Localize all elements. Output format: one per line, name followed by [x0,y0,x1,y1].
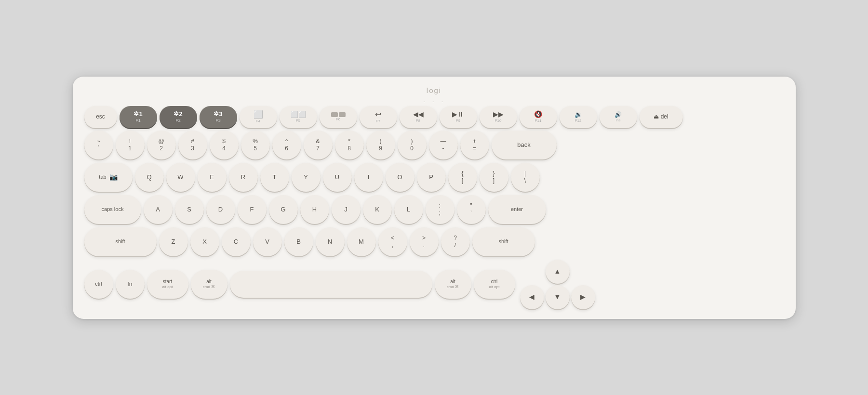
key-f3[interactable]: ✲3 F3 [200,106,237,128]
key-8[interactable]: * 8 [335,131,364,159]
key-m[interactable]: M [347,227,376,256]
qwerty-row: tab 📷 Q W E R T Y U I O P { [ } ] | \ [84,163,784,192]
key-f10[interactable]: ▶▶ F10 [480,106,517,128]
key-x[interactable]: X [190,227,219,256]
key-v[interactable]: V [253,227,282,256]
key-bracket-close[interactable]: } ] [480,163,508,192]
key-l[interactable]: L [394,195,423,224]
key-fn[interactable]: fn [116,270,145,299]
key-6[interactable]: ^ 6 [272,131,301,159]
key-u[interactable]: U [323,163,352,192]
key-p[interactable]: P [417,163,446,192]
bottom-row: ctrl fn start alt opt alt cmd ⌘ alt cmd … [84,260,784,309]
key-c[interactable]: C [222,227,251,256]
key-0[interactable]: ) 0 [398,131,427,159]
key-caps-lock[interactable]: caps lock [84,195,141,224]
key-b[interactable]: B [284,227,313,256]
key-z[interactable]: Z [159,227,188,256]
key-shift-left[interactable]: shift [84,227,157,256]
key-f11[interactable]: 🔇 F11 [520,106,557,128]
key-tab[interactable]: tab 📷 [84,163,133,192]
key-ctrl-right[interactable]: ctrl alt opt [474,270,515,299]
key-f1[interactable]: ✲1 F1 [120,106,157,128]
key-slash[interactable]: ? / [441,227,470,256]
page-background: logi - - - esc ✲1 F1 ✲2 F2 ✲3 F3 ⬜ F4 [0,0,868,395]
key-del[interactable]: ⏏ del [640,106,683,128]
key-backslash[interactable]: | \ [511,163,540,192]
key-1[interactable]: ! 1 [116,131,145,159]
key-k[interactable]: K [363,195,392,224]
key-f9[interactable]: ▶⏸ F9 [440,106,477,128]
key-ctrl-left[interactable]: ctrl [84,270,113,299]
key-f6[interactable]: F6 [320,106,357,128]
key-esc[interactable]: esc [84,106,117,128]
asdf-row: caps lock A S D F G H J K L : ; " ' ente… [84,195,784,224]
key-n[interactable]: N [316,227,345,256]
function-row: esc ✲1 F1 ✲2 F2 ✲3 F3 ⬜ F4 ⬜⬜ F5 [84,106,784,128]
fn-indicator: - - - [423,98,444,104]
key-semicolon[interactable]: : ; [426,195,454,224]
key-f[interactable]: F [238,195,267,224]
key-o[interactable]: O [386,163,414,192]
key-7[interactable]: & 7 [304,131,333,159]
key-start[interactable]: start alt opt [147,270,188,299]
arrow-cluster: ▲ ◀ ▼ ▶ [520,260,595,309]
key-ins[interactable]: 🔊 ins [600,106,637,128]
key-equal[interactable]: + = [460,131,489,159]
key-f12[interactable]: 🔉 F12 [560,106,597,128]
key-2[interactable]: @ 2 [147,131,176,159]
key-a[interactable]: A [144,195,173,224]
keyboard: logi - - - esc ✲1 F1 ✲2 F2 ✲3 F3 ⬜ F4 [73,77,796,319]
key-j[interactable]: J [332,195,361,224]
key-arrow-up[interactable]: ▲ [546,260,570,284]
key-e[interactable]: E [198,163,227,192]
logi-logo: logi [84,86,784,94]
key-3[interactable]: # 3 [178,131,207,159]
key-d[interactable]: D [206,195,235,224]
key-f8[interactable]: ◀◀ F8 [400,106,437,128]
key-enter[interactable]: enter [488,195,546,224]
key-arrow-left[interactable]: ◀ [520,285,544,309]
key-9[interactable]: ( 9 [366,131,395,159]
key-arrow-down[interactable]: ▼ [546,285,570,309]
key-period[interactable]: > . [410,227,439,256]
key-g[interactable]: G [269,195,298,224]
number-row: ~ ` ! 1 @ 2 # 3 $ 4 % 5 [84,131,784,159]
key-f5[interactable]: ⬜⬜ F5 [280,106,317,128]
key-shift-right[interactable]: shift [472,227,535,256]
key-arrow-right[interactable]: ▶ [571,285,595,309]
key-w[interactable]: W [166,163,195,192]
key-f4[interactable]: ⬜ F4 [240,106,277,128]
key-5[interactable]: % 5 [241,131,270,159]
key-f7[interactable]: ↩ F7 [360,106,397,128]
key-alt-right[interactable]: alt cmd ⌘ [435,270,471,299]
key-4[interactable]: $ 4 [210,131,239,159]
key-bracket-open[interactable]: { [ [448,163,477,192]
key-r[interactable]: R [229,163,258,192]
key-tilde[interactable]: ~ ` [84,131,113,159]
key-f2[interactable]: ✲2 F2 [160,106,197,128]
key-backspace[interactable]: back [492,131,557,159]
key-space[interactable] [230,271,432,298]
zxcv-row: shift Z X C V B N M < , > . ? / shift [84,227,784,256]
key-i[interactable]: I [354,163,383,192]
key-y[interactable]: Y [292,163,320,192]
key-quote[interactable]: " ' [457,195,486,224]
key-comma[interactable]: < , [378,227,407,256]
key-minus[interactable]: — - [429,131,458,159]
key-h[interactable]: H [300,195,329,224]
key-t[interactable]: T [260,163,289,192]
key-alt-left[interactable]: alt cmd ⌘ [191,270,227,299]
key-q[interactable]: Q [135,163,164,192]
key-s[interactable]: S [175,195,204,224]
